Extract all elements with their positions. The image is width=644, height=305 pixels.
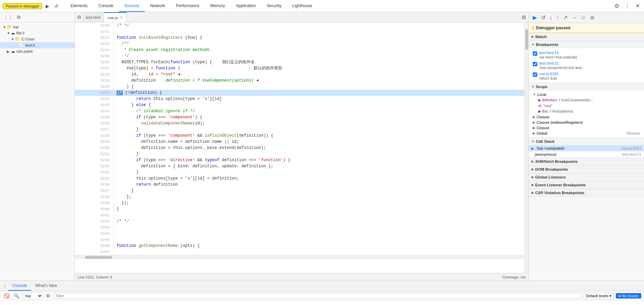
bottom-panel-more[interactable]: ⋮ — [1, 283, 8, 289]
csp-header[interactable]: ▶ CSP Violation Breakpoints — [529, 189, 644, 197]
step-over-button[interactable]: ↺ — [53, 3, 60, 10]
scope-definition[interactable]: ▶ definition: f VueComponent(o... — [531, 97, 641, 103]
horiz-scrollbar-thumb[interactable] — [85, 256, 112, 259]
code-line-5233: 5233 definition = { bind: definition, up… — [75, 163, 524, 169]
code-editor[interactable]: 5210 /* */ 5211 5212 function initAssetR… — [75, 22, 524, 273]
code-line-5240: 5240 } — [75, 206, 524, 212]
debugger-resume-btn[interactable]: ▶ — [531, 14, 538, 21]
console-filter-input[interactable] — [53, 293, 581, 299]
code-line-5247: 5247 — [75, 249, 524, 255]
file-tree: ▼ 📁 top ▼ ☁ file:// ▼ 📁 C:/User ▶ 📄 test… — [0, 22, 74, 281]
tree-label-file: file:// — [16, 31, 24, 35]
scope-closure-2[interactable]: ▶ Closure (initAssetRegisters) — [531, 120, 641, 125]
no-issues-btn[interactable]: ● No Issues — [616, 293, 641, 299]
code-line-5241: 5241 — [75, 212, 524, 218]
debugger-step-btn[interactable]: → — [570, 14, 578, 21]
bp-file-2[interactable]: test.html:21 — [539, 61, 584, 65]
breakpoints-body: test.html:16 var test1=Vue.extend({ test… — [529, 48, 644, 83]
file-panel-more[interactable]: ⋮⋮ — [2, 14, 14, 21]
editor-tabs-back[interactable]: ⧉ — [76, 14, 82, 21]
callstack-section: ▼ Call Stack ▶ Vue.<computed> vue.js:522… — [529, 138, 644, 158]
scope-closure-1[interactable]: ▶ Closure — [531, 114, 641, 120]
bp-checkbox-1[interactable] — [533, 51, 537, 56]
editor-maximize[interactable]: ⧉ — [521, 14, 527, 21]
bp-file-1[interactable]: test.html:16 — [539, 51, 577, 55]
scope-local-header[interactable]: ▼ Local — [531, 92, 641, 97]
global-header[interactable]: ▶ Global Listeners — [529, 173, 644, 181]
debugger-step-into-btn[interactable]: ↑ — [555, 14, 560, 21]
bp-checkbox-2[interactable] — [533, 62, 537, 66]
code-line-5237: 5237 } — [75, 188, 524, 194]
xhr-label: XHR/fetch Breakpoints — [535, 159, 578, 164]
code-table: 5210 /* */ 5211 5212 function initAssetR… — [75, 22, 524, 255]
callstack-fn-2: (anonymous) — [531, 152, 556, 156]
horizontal-scrollbar[interactable] — [75, 255, 524, 259]
dom-header[interactable]: ▶ DOM Breakpoints — [529, 166, 644, 173]
settings-button[interactable]: ⚙ — [613, 2, 621, 10]
more-button[interactable]: ⋮ — [623, 2, 631, 10]
tab-network[interactable]: Network — [145, 0, 171, 12]
tab-lighthouse[interactable]: Lighthouse — [287, 0, 318, 12]
console-context-select[interactable]: top — [22, 292, 43, 299]
debugger-step-over-btn[interactable]: ↓ — [548, 14, 554, 21]
new-file-button[interactable]: ⧉ — [16, 14, 22, 21]
bottom-tab-console[interactable]: Console — [8, 281, 31, 291]
scope-closure-3-arrow: ▶ — [533, 126, 535, 130]
tab-elements[interactable]: Elements — [65, 0, 93, 12]
close-button[interactable]: ✕ — [634, 2, 641, 10]
csp-section: ▶ CSP Violation Breakpoints — [529, 189, 644, 197]
console-settings-btn[interactable]: ⚙ — [45, 293, 51, 299]
watch-header[interactable]: ▶ Watch — [529, 33, 644, 40]
console-clear-btn[interactable]: 🚫 — [3, 293, 11, 299]
callstack-item-1[interactable]: ▶ Vue.<computed> vue.js:5221 — [529, 145, 644, 151]
tab-memory[interactable]: Memory — [205, 0, 230, 12]
debugger-deactivate-btn[interactable]: ⊘ — [580, 14, 587, 21]
xhr-arrow: ▶ — [531, 160, 534, 163]
callstack-header[interactable]: ▼ Call Stack — [529, 138, 644, 145]
scope-this[interactable]: ▶ this: f Vue(options) — [531, 108, 641, 114]
callstack-arrow-1: ▶ — [531, 147, 534, 150]
tree-item-file[interactable]: ▼ ☁ file:// — [0, 30, 74, 36]
tab-console[interactable]: Console — [93, 0, 119, 12]
folder-icon-cdn: ☁ — [11, 49, 15, 54]
xhr-header[interactable]: ▶ XHR/fetch Breakpoints — [529, 158, 644, 165]
scope-global[interactable]: ▶ Global Window — [531, 131, 641, 136]
code-line-5220: 5220 ) { — [75, 84, 524, 90]
code-line-5210: 5210 /* */ — [75, 22, 524, 29]
code-line-5221: 5221 if (!definition) { — [75, 90, 524, 96]
bp-checkbox-3[interactable] — [533, 72, 537, 77]
resume-button[interactable]: ▶ — [44, 3, 51, 10]
breakpoints-header[interactable]: ▼ Breakpoints — [529, 41, 644, 48]
scope-section: ▼ Scope ▼ Local ▶ definition: f VueCompo… — [529, 83, 644, 138]
tree-item-top[interactable]: ▼ 📁 top — [0, 24, 74, 30]
file-icon-testhtml: 📄 — [19, 43, 24, 48]
vertical-scrollbar-thumb[interactable] — [525, 29, 528, 50]
callstack-item-2[interactable]: (anonymous) test.html:21 — [529, 151, 644, 157]
scope-closure-1-label: Closure — [537, 115, 549, 119]
debugger-pause-exceptions-btn[interactable]: ⏹ — [588, 14, 596, 21]
watch-section: ▶ Watch — [529, 33, 644, 41]
tree-item-testhtml[interactable]: ▶ 📄 test.h — [0, 42, 74, 48]
tree-item-cdn[interactable]: ▶ ☁ cdn.jsdeli — [0, 48, 74, 54]
debugger-step-out-btn[interactable]: ↗ — [562, 14, 569, 21]
editor-tab-vuejs[interactable]: vue.js ✕ — [104, 12, 126, 22]
tree-item-cuser[interactable]: ▼ 📁 C:/User — [0, 36, 74, 42]
tab-security[interactable]: Security — [261, 0, 287, 12]
breakpoints-section: ▼ Breakpoints test.html:16 var test1=Vue… — [529, 41, 644, 83]
info-icon: ℹ — [532, 25, 534, 31]
scope-header[interactable]: ▼ Scope — [529, 83, 644, 90]
editor-tabs: ⧉ test.html vue.js ✕ ⧉ — [75, 12, 528, 22]
bottom-tab-whatsnew[interactable]: What's New — [31, 281, 61, 291]
tab-application[interactable]: Application — [231, 0, 261, 12]
console-filter-btn[interactable]: 🔍 — [13, 293, 20, 299]
event-header[interactable]: ▶ Event Listener Breakpoints — [529, 181, 644, 189]
bp-file-3[interactable]: vue.js:5192 — [539, 72, 558, 76]
editor-tab-testhtml[interactable]: test.html — [82, 12, 104, 22]
editor-tab-vuejs-close[interactable]: ✕ — [120, 16, 123, 19]
tab-performance[interactable]: Performance — [171, 0, 205, 12]
default-levels-btn[interactable]: Default levels ▾ — [583, 293, 614, 299]
tab-sources[interactable]: Sources — [119, 0, 145, 12]
debugger-pause-btn[interactable]: ↺ — [540, 14, 547, 21]
vertical-scrollbar[interactable] — [524, 22, 528, 273]
scope-closure-3[interactable]: ▶ Closure — [531, 125, 641, 131]
